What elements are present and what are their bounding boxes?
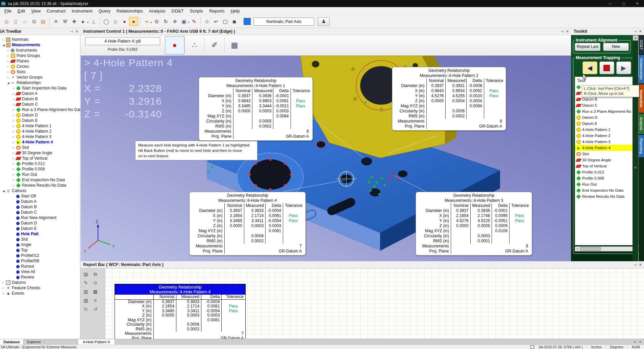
report-sheet-tab[interactable]: 4-Hole Pattern 4	[78, 339, 115, 345]
toolkit-tab-relationships[interactable]: Relationships	[639, 55, 644, 83]
wrench-icon[interactable]: ⚒	[60, 17, 70, 26]
expand-arrow-icon[interactable]: ▷	[11, 98, 16, 101]
tree-item[interactable]: ▷Instruments	[0, 48, 80, 53]
toolkit-tab-analysis[interactable]: Analysis	[639, 114, 644, 134]
tree-item[interactable]: Datum C	[0, 210, 80, 215]
axes-icon[interactable]: ⊹	[202, 17, 212, 26]
tab-scroll-icon[interactable]: ▾	[633, 340, 637, 344]
tree-item[interactable]: ◢Measurements	[0, 42, 80, 48]
trap-next-button[interactable]: ▶	[616, 61, 631, 74]
wcf-color-swatch[interactable]	[244, 18, 251, 25]
tree-item[interactable]: ▷Feature Checks	[0, 285, 80, 291]
tree-item[interactable]: ◢Relationships	[0, 80, 80, 85]
pin-icon[interactable]: ⊤	[69, 30, 74, 33]
expand-arrow-icon[interactable]: ▷	[11, 173, 16, 176]
menu-item-edit[interactable]: Edit	[15, 7, 28, 15]
pin-icon[interactable]: ⊤	[633, 263, 637, 266]
tree-item[interactable]: Profile008	[0, 258, 80, 264]
active-frame-combo[interactable]: Nominals::Part Axis	[253, 18, 314, 26]
new-file-icon[interactable]: ▯	[11, 17, 20, 26]
chevron-down-icon[interactable]: ▾	[150, 21, 152, 24]
toolkit-tab-inspection[interactable]: Inspection	[639, 84, 644, 113]
tree-item[interactable]: ▷4-Hole Pattern 3	[0, 134, 80, 139]
marker-pen-icon[interactable]: ✎	[190, 17, 199, 26]
panel-tab-explorer[interactable]: Explorer	[24, 339, 45, 345]
tree-item[interactable]: ▷Point Groups	[0, 53, 80, 58]
scroll-left-icon[interactable]: ◂	[575, 247, 579, 250]
task-item[interactable]: 4-Hole Pattern 4	[575, 145, 638, 151]
toolkit-tab-gd&t[interactable]: GD&T	[639, 36, 644, 54]
tree-item[interactable]: ▷Planes	[0, 58, 80, 64]
task-item[interactable]: Profile 0.008	[575, 175, 638, 181]
tree-item[interactable]: ▷Top of Vertical	[0, 156, 80, 161]
tree-item[interactable]: Review	[0, 274, 80, 280]
tree-item[interactable]: ▷Run a 3 Plane Alignment-No Data	[0, 107, 80, 112]
rotate-view-icon[interactable]: ↻	[161, 17, 170, 26]
task-item[interactable]: 30 Degree Angle	[575, 157, 638, 163]
menu-item-view[interactable]: View	[28, 7, 44, 15]
expand-arrow-icon[interactable]: ▷	[6, 54, 10, 57]
task-item[interactable]: Run a 3 Plane Alignment-No Dat	[575, 108, 638, 114]
menu-item-construct[interactable]: Construct	[44, 7, 69, 15]
sphere-solid-icon[interactable]: ●	[120, 17, 129, 26]
expand-arrow-icon[interactable]: ▷	[11, 130, 16, 133]
task-item[interactable]: 4-Hole Pattern 2	[575, 133, 638, 139]
menu-item-instrument[interactable]: Instrument	[69, 7, 95, 15]
menu-item-scripts[interactable]: Scripts	[187, 7, 206, 15]
tree-item[interactable]: ▷Circles	[0, 64, 80, 69]
remote-pad-button[interactable]: ▦	[225, 36, 244, 54]
minimize-button[interactable]: —	[603, 0, 617, 7]
tree-item[interactable]: Datum A	[0, 199, 80, 204]
expand-arrow-icon[interactable]: ▷	[11, 168, 16, 171]
scroll-up-icon[interactable]: ▲	[633, 35, 638, 41]
tree-item[interactable]: ▷Datum B	[0, 96, 80, 102]
expand-arrow-icon[interactable]: ▷	[11, 119, 16, 122]
tree-item[interactable]: ▷Datum E	[0, 118, 80, 123]
task-item[interactable]: Datum E	[575, 120, 638, 127]
measure-point-button[interactable]: ●	[165, 36, 184, 54]
tree-item[interactable]: ▷Datum D	[0, 112, 80, 118]
menu-item-gd&t[interactable]: GD&T	[168, 7, 187, 15]
expand-arrow-icon[interactable]: ▷	[6, 65, 10, 68]
expand-arrow-icon[interactable]: ▷	[11, 141, 16, 144]
tree-item[interactable]: ▷30 Degree Angle	[0, 150, 80, 156]
task-item[interactable]: Datum C	[575, 102, 638, 108]
close-icon[interactable]: ✕	[639, 29, 642, 34]
task-horizontal-scrollbar[interactable]: ◂ ▸	[575, 246, 639, 251]
splitter-grip[interactable]: ≡	[634, 165, 636, 169]
trap-previous-button[interactable]: ◀	[583, 61, 597, 74]
tree-item[interactable]: ▷End Inspection-No Data	[0, 177, 80, 183]
panel-tab-database[interactable]: Database	[0, 339, 24, 345]
toolkit-vertical-scrollbar[interactable]: ▲ ≡	[633, 35, 638, 261]
task-item[interactable]: Datum D	[575, 114, 638, 120]
graphics-viewport[interactable]: Z x y > 4-Hole Pattern 4 [ 7 ] X =2.2328…	[81, 56, 571, 261]
close-button[interactable]: ✕	[630, 0, 644, 7]
edit-icon[interactable]: ✎	[82, 279, 90, 287]
chevron-down-icon[interactable]: ▾	[87, 21, 89, 24]
expand-arrow-icon[interactable]: ▷	[11, 135, 16, 138]
pan-view-icon[interactable]: ✛	[170, 17, 179, 26]
layout-grid-icon[interactable]: ▦	[91, 288, 99, 295]
tree-item[interactable]: Hole Patt	[0, 231, 80, 237]
copy-icon[interactable]: ⧉	[91, 270, 99, 278]
zoom-icon[interactable]: ⊙	[91, 279, 99, 287]
tree-item[interactable]: ▷Slot	[0, 145, 80, 150]
tree-item[interactable]: Datum E	[0, 226, 80, 231]
tree-item[interactable]: ◢Callouts	[0, 188, 80, 193]
task-item[interactable]: Run Out	[575, 181, 638, 187]
tree-item[interactable]: Start Off	[0, 193, 80, 199]
import-file-icon[interactable]: ⧉	[29, 17, 39, 26]
jump-arrow-icon[interactable]: ➔	[142, 17, 151, 26]
expand-arrow-icon[interactable]: ▷	[11, 92, 16, 95]
report-grid[interactable]: Geometry RelationshipMeasurements::4-Hol…	[105, 268, 644, 339]
tree-item[interactable]: ▷Events	[0, 291, 80, 296]
chevron-down-icon[interactable]: ▾	[188, 21, 189, 24]
pin-icon[interactable]: ⊤	[633, 30, 637, 33]
expand-arrow-icon[interactable]: ▷	[1, 287, 6, 290]
tree-item[interactable]: ▷Datum A	[0, 91, 80, 96]
refresh-icon[interactable]: ↻	[82, 305, 90, 313]
menu-item-analysis[interactable]: Analysis	[146, 7, 168, 15]
stream-points-button[interactable]: ∴	[185, 36, 204, 54]
run-script-icon[interactable]: ▸	[79, 17, 88, 26]
erase-button[interactable]: ✐	[205, 36, 224, 54]
